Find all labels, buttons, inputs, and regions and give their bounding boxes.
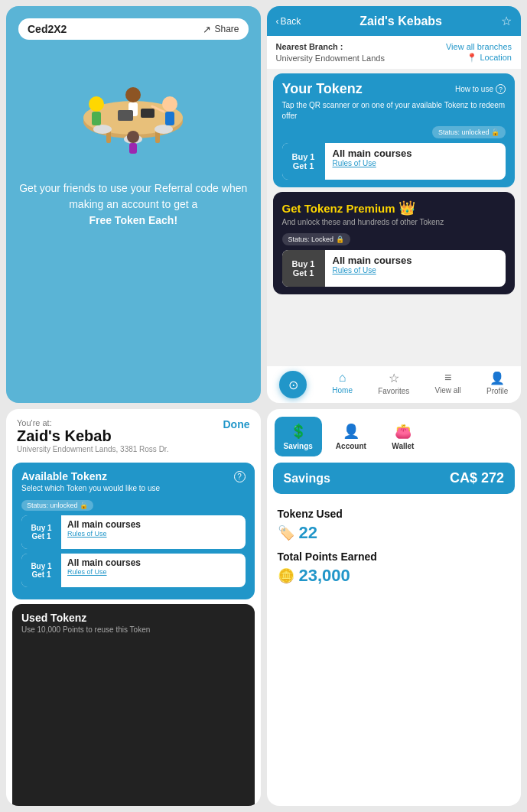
share-icon: ↗ [203,24,211,35]
avail-help-icon: ? [234,471,246,482]
back-arrow-icon: ‹ [276,16,279,27]
tab-wallet[interactable]: 👛 Wallet [380,417,426,456]
svg-point-13 [127,131,139,143]
wallet-tab-label: Wallet [392,442,414,450]
avail-tokenz-desc: Select which Token you would like to use [21,484,246,492]
used-tokenz-desc: Use 10,000 Points to reuse this Token [21,625,246,634]
checkin-header: You're at: Zaid's Kebab University Endow… [6,409,261,458]
home-icon: ⌂ [339,371,346,385]
referral-illustration [64,49,202,171]
help-icon: ? [496,84,506,94]
svg-rect-16 [141,109,155,118]
coupon-offer: Buy 1 Get 1 [282,143,325,180]
location-link[interactable]: 📍 Location [467,53,512,63]
svg-rect-14 [129,143,137,154]
nav-view-all[interactable]: ≡ View all [435,371,461,398]
wallet-icon: 👛 [395,423,412,440]
svg-rect-15 [118,110,133,121]
status-locked-badge: Status: Locked 🔒 [282,233,350,245]
tokenz-used-stat: Tokenz Used 🏷️ 22 [278,508,511,543]
avail-status-badge: Status: unlocked 🔓 [21,500,93,511]
nav-favorites[interactable]: ☆ Favorites [378,371,409,398]
share-label: Share [214,24,239,34]
avail-coupon-2-offer: Buy 1 Get 1 [21,554,61,587]
savings-tab-label: Savings [284,442,313,450]
svg-point-9 [125,87,141,102]
avail-coupon-2-details: All main courses Rules of Use [61,554,246,587]
svg-rect-8 [92,112,101,125]
avail-coupon-1-rules[interactable]: Rules of Use [67,530,239,538]
favorites-label: Favorites [378,387,409,395]
kebabs-location: Nearest Branch : View all branches Unive… [267,36,522,69]
favorite-icon[interactable]: ☆ [501,14,512,28]
panel-kebabs-detail: ‹ Back Zaid's Kebabs ☆ Nearest Branch : … [267,6,522,403]
avail-coupon-2-main: All main courses [67,557,239,568]
svg-point-11 [162,96,177,112]
account-icon: 👤 [343,423,359,440]
used-tokenz-title: Used Tokenz [21,612,246,624]
checkin-place: Zaid's Kebab [17,427,168,445]
kebabs-header: ‹ Back Zaid's Kebabs ☆ [267,6,522,36]
avail-coupon-1-main: All main courses [67,519,239,530]
savings-icon: 💲 [290,423,307,440]
view-all-icon: ≡ [444,371,451,385]
used-tokenz-section: Used Tokenz Use 10,000 Points to reuse t… [12,604,255,806]
premium-coupon-offer: Buy 1 Get 1 [282,250,325,287]
svg-point-4 [93,125,112,134]
savings-label: Savings [284,472,330,486]
how-to-use[interactable]: How to use ? [455,84,506,94]
svg-rect-12 [165,112,174,125]
favorites-icon: ☆ [389,371,399,385]
avail-coupon-2[interactable]: Buy 1 Get 1 All main courses Rules of Us… [21,554,246,587]
svg-point-5 [155,125,173,134]
premium-desc: And unlock these and hundreds of other T… [282,218,444,226]
svg-point-7 [89,96,104,112]
panel-savings: 💲 Savings 👤 Account 👛 Wallet Savings CA$… [267,409,522,806]
avail-coupon-1-details: All main courses Rules of Use [61,515,246,549]
view-all-branches-link[interactable]: View all branches [446,42,512,51]
home-label: Home [332,386,353,395]
total-points-stat: Total Points Earned 🪙 23,000 [278,551,511,586]
nav-profile[interactable]: 👤 Profile [486,371,508,398]
tab-savings[interactable]: 💲 Savings [275,417,322,456]
avail-coupon-2-rules[interactable]: Rules of Use [67,568,239,576]
total-points-value: 23,000 [299,566,350,586]
panel-checkin: You're at: Zaid's Kebab University Endow… [6,409,261,806]
premium-coupon-details: All main courses Rules of Use [325,250,506,287]
premium-title: Get Tokenz Premium 👑 [282,200,444,216]
nav-home[interactable]: ⊙ [279,371,307,398]
nav-home[interactable]: ⌂ Home [332,371,353,398]
panel-referral: Ced2X2 ↗ Share [6,6,261,403]
savings-banner: Savings CA$ 272 [273,463,516,494]
back-label: Back [281,16,301,27]
savings-amount: CA$ 272 [450,470,504,486]
total-points-label: Total Points Earned [278,551,511,563]
avail-coupon-1[interactable]: Buy 1 Get 1 All main courses Rules of Us… [21,515,246,549]
bottom-nav: ⊙ ⌂ Home ☆ Favorites ≡ View all 👤 Profil… [267,366,522,403]
status-unlocked-badge: Status: unlocked 🔓 [432,126,506,138]
coupon-details: All main courses Rules of Use [325,143,506,180]
profile-icon: 👤 [490,371,505,385]
tab-account[interactable]: 👤 Account [327,417,376,456]
view-all-label: View all [435,386,461,395]
top-bar: Ced2X2 ↗ Share [18,18,249,40]
rules-of-use-link[interactable]: Rules of Use [333,159,499,167]
premium-coupon-main: All main courses [333,255,499,266]
checkin-address: University Endowment Lands, 3381 Ross Dr… [17,445,168,453]
points-icon: 🪙 [278,567,294,584]
avail-tokenz-title: Available Tokenz [21,470,107,482]
coupon-main: All main courses [333,148,499,159]
share-button[interactable]: ↗ Share [203,24,239,35]
youre-at-label: You're at: [17,418,168,427]
kebabs-title: Zaid's Kebabs [307,15,495,28]
app-name: Ced2X2 [28,23,67,35]
premium-coupon-card[interactable]: Buy 1 Get 1 All main courses Rules of Us… [282,250,506,287]
premium-card: Get Tokenz Premium 👑 And unlock these an… [273,192,516,294]
qr-scanner-button[interactable]: ⊙ [279,371,307,398]
done-button[interactable]: Done [223,418,250,430]
coupon-card[interactable]: Buy 1 Get 1 All main courses Rules of Us… [282,143,506,180]
available-tokenz-section: Available Tokenz ? Select which Token yo… [12,463,255,599]
tokenz-used-label: Tokenz Used [278,508,511,520]
premium-rules-link[interactable]: Rules of Use [333,266,499,274]
back-button[interactable]: ‹ Back [276,16,301,27]
